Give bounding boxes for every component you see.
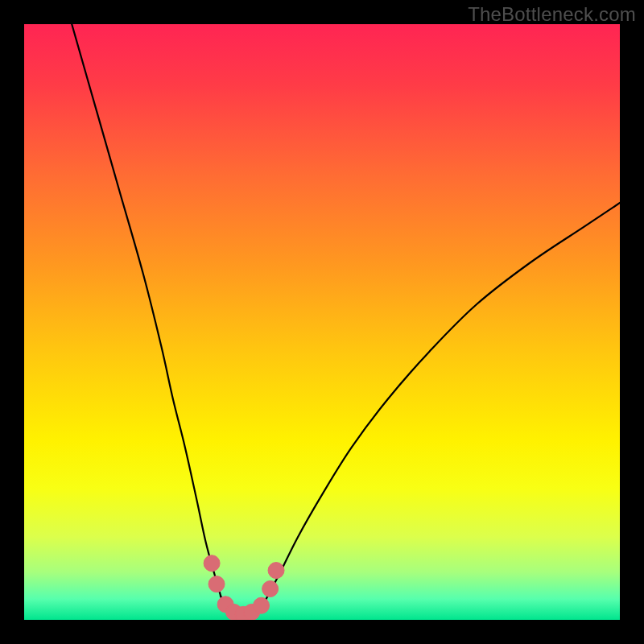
trough-marker	[204, 555, 220, 572]
bottleneck-curve	[72, 24, 620, 615]
trough-markers	[204, 555, 284, 620]
trough-marker	[208, 576, 225, 592]
trough-marker	[268, 563, 284, 579]
trough-marker	[254, 597, 270, 613]
curve-layer	[24, 24, 620, 620]
plot-frame	[24, 24, 620, 620]
watermark-text: TheBottleneck.com	[468, 3, 636, 26]
trough-marker	[262, 581, 279, 597]
